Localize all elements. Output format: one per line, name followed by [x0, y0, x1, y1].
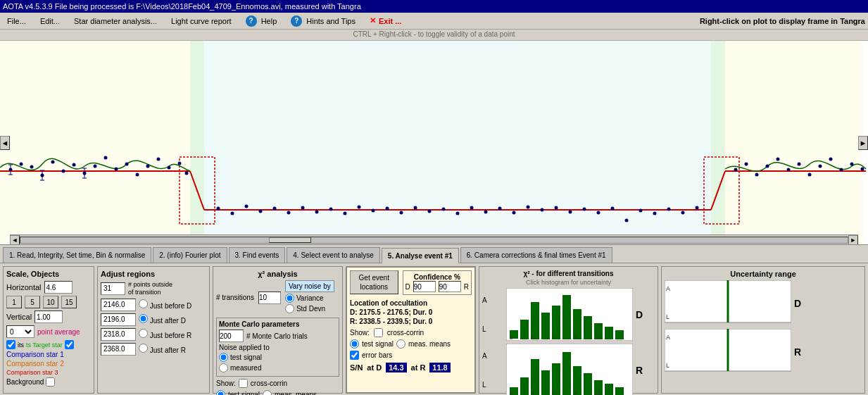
get-event-locations-btn[interactable]: Get event locations: [350, 270, 398, 294]
target-star-right-checkbox[interactable]: [65, 340, 74, 349]
svg-point-80: [787, 168, 791, 172]
tab-3[interactable]: 3. Find events: [229, 247, 286, 263]
tab-5[interactable]: 5. Analyse event #1: [382, 248, 459, 263]
just-before-d-row: Just before D: [101, 299, 206, 311]
chart-scrollbar[interactable]: ◄ ►: [10, 234, 858, 244]
svg-point-15: [30, 165, 34, 169]
scroll-right-arrow[interactable]: ►: [848, 235, 858, 245]
mc-title: Monte Carlo parameters: [219, 320, 336, 328]
just-before-r-radio[interactable]: [139, 329, 148, 338]
snr-row: S/N at D 14.3 at R 11.8: [350, 363, 472, 372]
transitions-input[interactable]: [258, 291, 281, 304]
chart-area: ◄ ►: [0, 41, 868, 245]
mc-trials-input[interactable]: [219, 330, 244, 342]
btn-15[interactable]: 15: [61, 296, 77, 308]
just-after-d-row: Just after D: [101, 313, 206, 326]
vertical-spinbox[interactable]: [34, 311, 63, 323]
svg-point-74: [696, 206, 699, 210]
bottom-panel: 1. Read, Integrity, Set time, Bin & norm…: [0, 245, 868, 395]
cross-corrin-show-checkbox[interactable]: [374, 328, 383, 337]
comp1-row: Comparison star 1: [6, 351, 91, 358]
chart-right-arrow[interactable]: ►: [858, 136, 868, 150]
svg-rect-128: [615, 330, 624, 339]
chi2-d-labels: A L: [482, 296, 503, 333]
target-star-checkbox[interactable]: [6, 340, 15, 349]
help-menu[interactable]: ? Help: [241, 14, 282, 28]
confidence-d-input[interactable]: [413, 281, 436, 292]
svg-text:7: 7: [552, 334, 555, 341]
hints-tips-menu[interactable]: ? Hints and Tips: [287, 14, 360, 28]
uncertainty-range-panel: Uncertainty range -9 -6 -3 0 3 6 9 A: [661, 266, 865, 394]
error-bars-show-checkbox[interactable]: [350, 351, 359, 360]
svg-point-44: [273, 207, 277, 211]
measured-radio-row: measured: [219, 363, 336, 372]
scroll-track[interactable]: [20, 237, 848, 244]
chi2-d-chart[interactable]: 3 5 7 9 11: [506, 288, 633, 341]
confidence-r-input[interactable]: [439, 281, 461, 292]
just-after-d-input[interactable]: [101, 313, 136, 326]
stddevn-radio[interactable]: [285, 304, 294, 313]
tab-4[interactable]: 4. Select event to analyse: [287, 247, 380, 263]
btn-1[interactable]: 1: [6, 296, 22, 308]
just-before-d-input[interactable]: [101, 299, 136, 311]
svg-point-30: [185, 172, 189, 175]
just-before-d-radio[interactable]: [139, 299, 148, 308]
horizontal-spinbox[interactable]: [44, 281, 73, 294]
scroll-thumb[interactable]: [269, 237, 311, 243]
chart-left-arrow[interactable]: ◄: [0, 136, 10, 150]
background-checkbox[interactable]: [46, 377, 55, 387]
exit-button[interactable]: ✕ Exit ...: [365, 15, 405, 27]
svg-point-18: [62, 170, 65, 173]
meas-means-show-radio[interactable]: [396, 339, 405, 349]
svg-point-81: [798, 163, 801, 166]
comp2-label: Comparison star 2: [6, 360, 64, 368]
svg-text:7: 7: [552, 390, 555, 395]
just-before-r-row: Just before R: [101, 328, 206, 341]
svg-rect-121: [541, 313, 550, 339]
points-outside-input[interactable]: [101, 282, 125, 295]
uncertainty-d-chart[interactable]: -9 -6 -3 0 3 6 9 A L: [665, 280, 791, 326]
svg-rect-119: [520, 320, 529, 339]
just-after-r-input[interactable]: [101, 343, 136, 356]
snr-at-r-label: at R: [411, 363, 426, 372]
svg-text:9: 9: [573, 334, 577, 341]
scroll-left-arrow[interactable]: ◄: [10, 235, 20, 245]
tab-2[interactable]: 2. (info) Fourier plot: [153, 247, 227, 263]
chi2-r-label: R: [636, 365, 643, 376]
just-before-r-input[interactable]: [101, 328, 136, 341]
svg-point-51: [372, 209, 375, 213]
tab-6[interactable]: 6. Camera corrections & final times Even…: [460, 247, 612, 263]
svg-text:3: 3: [510, 334, 513, 341]
just-after-r-radio[interactable]: [139, 344, 148, 353]
test-signal-show-radio[interactable]: [216, 390, 225, 395]
svg-point-41: [231, 212, 234, 215]
edit-menu[interactable]: Edit...: [36, 15, 64, 27]
tab-1[interactable]: 1. Read, Integrity, Set time, Bin & norm…: [3, 247, 151, 263]
test-signal-show-radio2[interactable]: [350, 339, 359, 349]
just-after-d-radio[interactable]: [139, 314, 148, 323]
svg-point-63: [541, 208, 544, 212]
chi2-r-chart[interactable]: 3 5 7 9 11: [506, 344, 633, 395]
file-menu[interactable]: File...: [3, 15, 30, 27]
svg-point-68: [611, 207, 615, 211]
svg-point-17: [51, 161, 55, 164]
show-row: Show: cross-corrin: [350, 328, 472, 337]
light-curve-menu[interactable]: Light curve report: [167, 15, 236, 27]
star-diameter-menu[interactable]: Star diameter analysis...: [70, 15, 161, 27]
btn-5[interactable]: 5: [25, 296, 40, 308]
dropdown-row: 012 point average: [6, 325, 91, 338]
uncertainty-r-chart[interactable]: -9 -6 -3 0 3 6 9 A L: [665, 329, 791, 375]
vertical-scale-row: Vertical: [6, 311, 91, 323]
cross-corrin-checkbox[interactable]: [239, 379, 248, 388]
target-star-label: ts Target star: [26, 341, 63, 349]
main-chart: 120 2140 2160 2180 2200 2220 2240 2260 2…: [0, 41, 868, 245]
variance-radio[interactable]: [285, 294, 294, 303]
meas-means-radio[interactable]: [263, 390, 272, 395]
measured-radio[interactable]: [219, 363, 228, 372]
test-signal-radio[interactable]: [219, 353, 228, 362]
show-label2: Show:: [350, 329, 370, 337]
btn-10[interactable]: 10: [43, 296, 58, 308]
stddevn-radio-row: Std Devn: [285, 304, 334, 313]
svg-point-22: [104, 156, 108, 160]
point-average-select[interactable]: 012: [6, 325, 34, 338]
